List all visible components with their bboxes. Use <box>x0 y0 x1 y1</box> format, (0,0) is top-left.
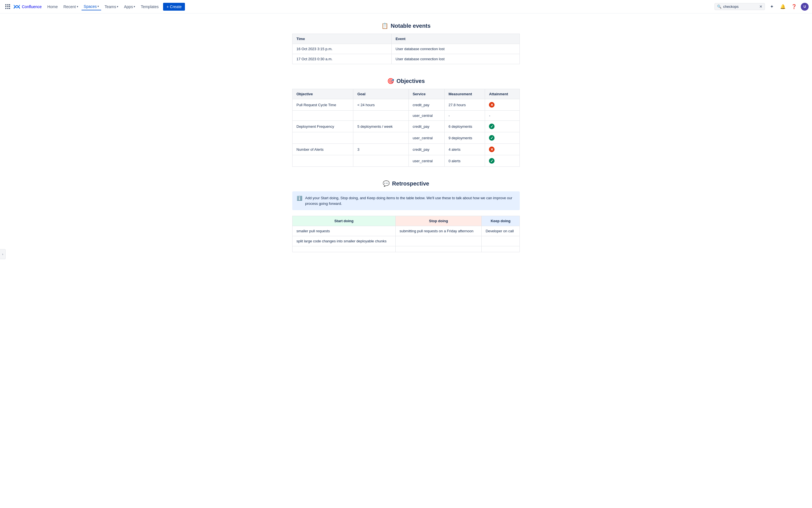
notable-events-table: Time Event 16 Oct 2023 3:15 p.m. User da… <box>292 34 520 64</box>
cell-measurement: 6 deployments <box>444 121 485 132</box>
fail-icon: ✕ <box>489 102 495 108</box>
attainment-cell: ✓ <box>485 132 520 144</box>
apps-grid-button[interactable] <box>3 2 12 11</box>
cell-event: User database connection lost <box>391 44 519 54</box>
objectives-section: 🎯 Objectives Objective Goal Service Meas… <box>292 78 520 167</box>
retrospective-table: Start doing Stop doing Keep doing smalle… <box>292 216 520 252</box>
pass-icon: ✓ <box>489 124 495 129</box>
search-input[interactable] <box>723 4 758 9</box>
avatar[interactable]: U <box>801 3 809 11</box>
search-box[interactable]: 🔍 ✕ <box>715 3 765 10</box>
cell-time: 16 Oct 2023 3:15 p.m. <box>293 44 392 54</box>
col-time: Time <box>293 34 392 44</box>
cell-service: user_central <box>409 132 444 144</box>
col-objective: Objective <box>293 89 353 99</box>
cell-measurement: 9 deployments <box>444 132 485 144</box>
notable-events-title: 📋 Notable events <box>292 23 520 29</box>
table-row: Pull Request Cycle Time < 24 hours credi… <box>293 99 520 111</box>
cell-start <box>293 246 396 252</box>
apps-grid-icon <box>5 4 10 9</box>
cell-time: 17 Oct 2023 0:30 a.m. <box>293 54 392 64</box>
nav-apps[interactable]: Apps ▾ <box>122 3 137 10</box>
cell-goal <box>353 132 409 144</box>
customize-icon: ✦ <box>770 4 774 9</box>
nav-templates[interactable]: Templates <box>138 3 161 10</box>
cell-goal: 5 deployments / week <box>353 121 409 132</box>
topnav: Confluence Home Recent ▾ Spaces ▾ Teams … <box>0 0 812 13</box>
retrospective-icon: 💬 <box>383 180 390 187</box>
cell-measurement: 27.8 hours <box>444 99 485 111</box>
info-icon: ℹ️ <box>297 196 302 201</box>
cell-stop: submitting pull requests on a Friday aft… <box>395 226 481 236</box>
cell-objective <box>293 155 353 167</box>
pass-icon: ✓ <box>489 135 495 141</box>
search-clear-icon[interactable]: ✕ <box>759 4 762 9</box>
search-icon: 🔍 <box>717 4 722 9</box>
nav-spaces[interactable]: Spaces ▾ <box>82 3 101 10</box>
pass-icon: ✓ <box>489 158 495 164</box>
cell-goal: 3 <box>353 144 409 155</box>
cell-service: credit_pay <box>409 144 444 155</box>
teams-chevron-icon: ▾ <box>117 5 118 8</box>
nav-right: 🔍 ✕ ✦ 🔔 ❓ U <box>715 2 809 11</box>
spaces-chevron-icon: ▾ <box>97 5 99 8</box>
cell-service: credit_pay <box>409 121 444 132</box>
notable-events-icon: 📋 <box>381 23 388 29</box>
customize-icon-button[interactable]: ✦ <box>767 2 776 11</box>
cell-measurement: - <box>444 111 485 121</box>
cell-stop <box>395 246 481 252</box>
table-row: smaller pull requests submitting pull re… <box>293 226 520 236</box>
apps-chevron-icon: ▾ <box>134 5 135 8</box>
col-goal: Goal <box>353 89 409 99</box>
table-row: Number of Alerts 3 credit_pay 4 alerts ✕ <box>293 144 520 155</box>
col-start-doing: Start doing <box>293 216 396 226</box>
cell-keep <box>482 246 520 252</box>
table-row: 17 Oct 2023 0:30 a.m. User database conn… <box>293 54 520 64</box>
nav-home[interactable]: Home <box>45 3 60 10</box>
col-measurement: Measurement <box>444 89 485 99</box>
col-stop-doing: Stop doing <box>395 216 481 226</box>
cell-service: credit_pay <box>409 99 444 111</box>
objectives-title: 🎯 Objectives <box>292 78 520 84</box>
bell-icon: 🔔 <box>780 4 786 9</box>
attainment-cell: ✓ <box>485 121 520 132</box>
table-row: 16 Oct 2023 3:15 p.m. User database conn… <box>293 44 520 54</box>
cell-stop <box>395 236 481 246</box>
attainment-cell: - <box>485 111 520 121</box>
help-button[interactable]: ❓ <box>789 2 799 11</box>
retrospective-section: 💬 Retrospective ℹ️ Add your Start doing,… <box>292 180 520 252</box>
retro-info-box: ℹ️ Add your Start doing, Stop doing, and… <box>292 192 520 210</box>
cell-objective: Pull Request Cycle Time <box>293 99 353 111</box>
cell-goal: < 24 hours <box>353 99 409 111</box>
confluence-logo[interactable]: Confluence <box>13 3 42 10</box>
objectives-table: Objective Goal Service Measurement Attai… <box>292 89 520 167</box>
retrospective-title: 💬 Retrospective <box>292 180 520 187</box>
help-icon: ❓ <box>791 4 797 9</box>
main-content: 📋 Notable events Time Event 16 Oct 2023 … <box>286 13 526 283</box>
notifications-button[interactable]: 🔔 <box>778 2 787 11</box>
cell-objective: Number of Alerts <box>293 144 353 155</box>
col-attainment: Attainment <box>485 89 520 99</box>
attainment-cell: ✕ <box>485 144 520 155</box>
confluence-logo-icon <box>13 3 20 10</box>
nav-teams[interactable]: Teams ▾ <box>102 3 121 10</box>
cell-measurement: 4 alerts <box>444 144 485 155</box>
create-button[interactable]: + Create <box>163 3 185 11</box>
retro-info-text: Add your Start doing, Stop doing, and Ke… <box>305 195 515 206</box>
table-row: user_central 9 deployments ✓ <box>293 132 520 144</box>
table-row: user_central - - <box>293 111 520 121</box>
fail-icon: ✕ <box>489 146 495 152</box>
cell-objective: Deployment Frequency <box>293 121 353 132</box>
cell-service: user_central <box>409 111 444 121</box>
notable-events-section: 📋 Notable events Time Event 16 Oct 2023 … <box>292 23 520 64</box>
cell-keep <box>482 236 520 246</box>
cell-goal <box>353 111 409 121</box>
sidebar-toggle[interactable]: › <box>0 249 6 259</box>
nav-recent[interactable]: Recent ▾ <box>61 3 80 10</box>
col-keep-doing: Keep doing <box>482 216 520 226</box>
cell-service: user_central <box>409 155 444 167</box>
cell-start: split large code changes into smaller de… <box>293 236 396 246</box>
col-event: Event <box>391 34 519 44</box>
table-row: user_central 0 alerts ✓ <box>293 155 520 167</box>
table-row: Deployment Frequency 5 deployments / wee… <box>293 121 520 132</box>
